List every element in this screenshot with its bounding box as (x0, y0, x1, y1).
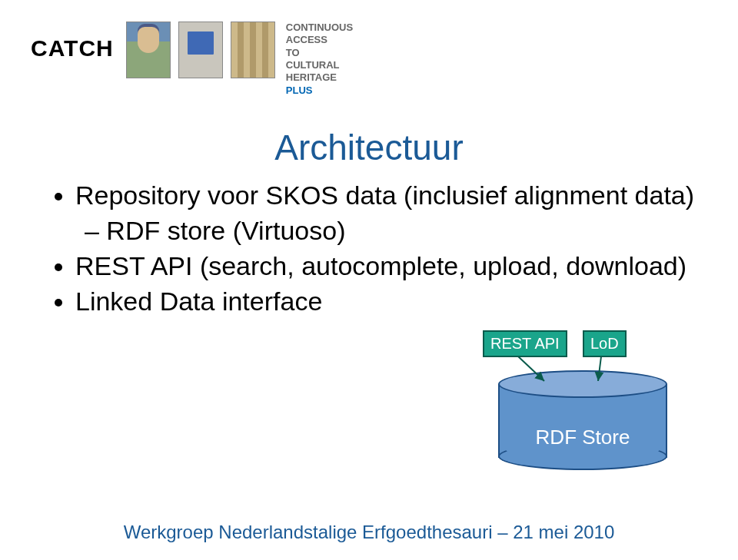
bullet-list: Repository voor SKOS data (inclusief ali… (54, 178, 694, 320)
rest-api-box: REST API (483, 330, 567, 357)
lod-box: LoD (583, 330, 627, 357)
plus-line: TO (286, 47, 353, 59)
bullet-2: REST API (search, autocomplete, upload, … (75, 249, 694, 284)
thumb-3 (231, 22, 275, 78)
slide-footer: Werkgroep Nederlandstalige Erfgoedthesau… (0, 522, 738, 543)
header: CATCH CONTINUOUS ACCESS TO CULTURAL HERI… (31, 22, 353, 98)
plus-text: CONTINUOUS ACCESS TO CULTURAL HERITAGE P… (286, 22, 353, 98)
plus-line: CONTINUOUS (286, 22, 353, 34)
thumb-2 (178, 22, 223, 78)
plus-label: PLUS (286, 84, 353, 97)
bullet-1-sub-1: RDF store (Virtuoso) (85, 214, 694, 249)
slide-title: Architectuur (0, 127, 738, 168)
rdf-store-cylinder: RDF Store (498, 370, 667, 470)
plus-line: HERITAGE (286, 71, 353, 84)
plus-line: ACCESS (286, 34, 353, 46)
catch-logo: CATCH (31, 35, 114, 61)
architecture-diagram: REST API LoD RDF Store (483, 330, 680, 484)
bullet-1: Repository voor SKOS data (inclusief ali… (75, 178, 694, 214)
rdf-store-label: RDF Store (498, 426, 667, 449)
bullet-3: Linked Data interface (75, 284, 694, 320)
plus-line: CULTURAL (286, 59, 353, 71)
thumb-1 (126, 22, 171, 78)
